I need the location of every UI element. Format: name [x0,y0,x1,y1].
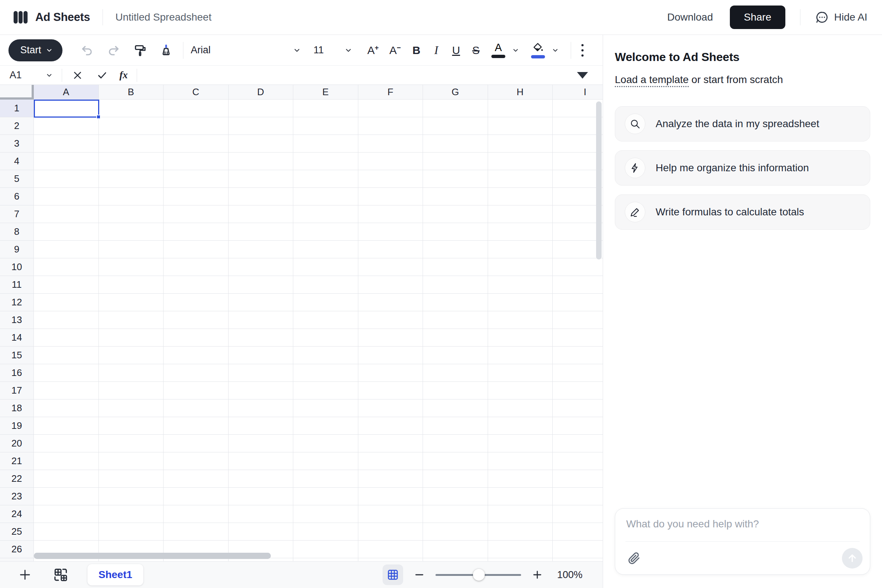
column-header-A[interactable]: A [34,85,99,100]
fill-color-button[interactable] [529,40,547,61]
cell-D19[interactable] [229,417,294,435]
cell-F2[interactable] [358,117,423,135]
row-header-11[interactable]: 11 [0,276,34,294]
row-header-21[interactable]: 21 [0,452,34,470]
cell-F15[interactable] [358,346,423,364]
start-menu-button[interactable]: Start [9,39,63,62]
row-header-26[interactable]: 26 [0,541,34,558]
cell-B16[interactable] [99,364,164,382]
cell-G15[interactable] [423,346,488,364]
cell-C25[interactable] [164,523,229,541]
cell-I17[interactable] [553,382,603,399]
cell-B7[interactable] [99,206,164,223]
cell-A15[interactable] [34,346,99,364]
cell-C24[interactable] [164,506,229,523]
name-box-dropdown[interactable] [44,69,55,81]
row-header-19[interactable]: 19 [0,417,34,435]
cell-E17[interactable] [293,382,358,399]
cell-I7[interactable] [553,206,603,223]
row-header-17[interactable]: 17 [0,382,34,399]
cell-G11[interactable] [423,276,488,294]
cell-A22[interactable] [34,470,99,488]
cell-I16[interactable] [553,364,603,382]
cell-C10[interactable] [164,258,229,276]
cell-I9[interactable] [553,241,603,258]
column-header-H[interactable]: H [488,85,553,100]
row-header-6[interactable]: 6 [0,188,34,206]
cell-I18[interactable] [553,399,603,417]
cell-I26[interactable] [553,541,603,558]
cell-I4[interactable] [553,153,603,170]
sheet-tab-sheet1[interactable]: Sheet1 [87,564,143,585]
cell-H17[interactable] [488,382,553,399]
cell-B10[interactable] [99,258,164,276]
cell-E6[interactable] [293,188,358,206]
cell-C9[interactable] [164,241,229,258]
cell-G7[interactable] [423,206,488,223]
cell-C20[interactable] [164,435,229,452]
cell-G18[interactable] [423,399,488,417]
cell-A13[interactable] [34,311,99,329]
select-all-corner[interactable] [0,85,34,100]
cell-I14[interactable] [553,329,603,346]
text-color-dropdown[interactable] [510,45,522,56]
cell-D20[interactable] [229,435,294,452]
redo-button[interactable] [104,41,123,60]
underline-button[interactable]: U [448,42,464,59]
cell-F6[interactable] [358,188,423,206]
cell-H21[interactable] [488,452,553,470]
cell-G23[interactable] [423,488,488,506]
cell-A7[interactable] [34,206,99,223]
cell-D4[interactable] [229,153,294,170]
cell-G19[interactable] [423,417,488,435]
cell-D8[interactable] [229,223,294,241]
cell-F10[interactable] [358,258,423,276]
all-sheets-button[interactable] [51,565,70,585]
cell-D5[interactable] [229,170,294,188]
row-header-15[interactable]: 15 [0,346,34,364]
fill-color-dropdown[interactable] [549,45,561,56]
cell-H23[interactable] [488,488,553,506]
cell-C3[interactable] [164,135,229,153]
column-header-E[interactable]: E [293,85,358,100]
cell-F16[interactable] [358,364,423,382]
formula-bar-expand-toggle[interactable] [577,72,588,79]
cell-E21[interactable] [293,452,358,470]
suggestion-write-formulas[interactable]: Write formulas to calculate totals [615,194,870,230]
grid-view-toggle[interactable] [382,564,403,585]
cell-F27[interactable] [358,558,423,561]
cell-E23[interactable] [293,488,358,506]
cell-C11[interactable] [164,276,229,294]
cell-B22[interactable] [99,470,164,488]
cell-D14[interactable] [229,329,294,346]
row-header-5[interactable]: 5 [0,170,34,188]
cell-E3[interactable] [293,135,358,153]
cell-G14[interactable] [423,329,488,346]
cell-G1[interactable] [423,100,488,117]
cell-E20[interactable] [293,435,358,452]
row-header-14[interactable]: 14 [0,329,34,346]
cell-H20[interactable] [488,435,553,452]
cell-D9[interactable] [229,241,294,258]
cell-C5[interactable] [164,170,229,188]
cell-G2[interactable] [423,117,488,135]
row-header-2[interactable]: 2 [0,117,34,135]
cell-G21[interactable] [423,452,488,470]
suggestion-analyze-data[interactable]: Analyze the data in my spreadsheet [615,106,870,141]
cell-G25[interactable] [423,523,488,541]
clear-format-button[interactable] [156,41,176,60]
share-button[interactable]: Share [730,6,785,29]
cell-G13[interactable] [423,311,488,329]
cell-reference-box[interactable]: A1 [0,69,44,81]
cell-E26[interactable] [293,541,358,558]
cell-E15[interactable] [293,346,358,364]
cell-H5[interactable] [488,170,553,188]
cell-B20[interactable] [99,435,164,452]
paint-format-button[interactable] [131,41,150,60]
cell-F24[interactable] [358,506,423,523]
cell-C6[interactable] [164,188,229,206]
cell-H4[interactable] [488,153,553,170]
send-message-button[interactable] [842,548,862,568]
cell-D12[interactable] [229,294,294,311]
cell-A2[interactable] [34,117,99,135]
